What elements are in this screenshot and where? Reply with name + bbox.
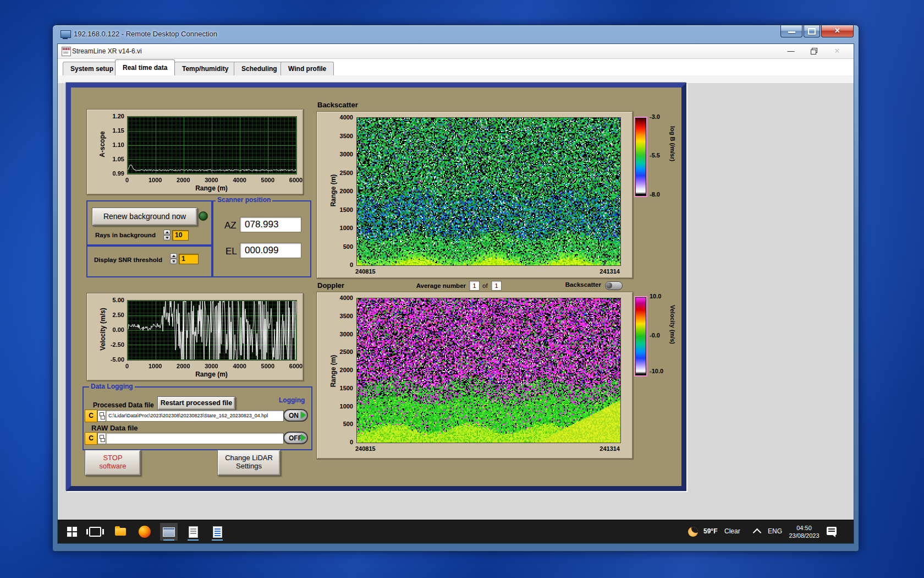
- rdp-client-area: StreamLine XR v14-6.vi — ✕ System setup …: [57, 43, 854, 544]
- ascope-xtick: 4000: [228, 177, 252, 183]
- log-viewer-button[interactable]: [208, 523, 226, 541]
- ascope-xtick: 0: [115, 177, 139, 183]
- processed-drive-selector[interactable]: C: [85, 410, 97, 422]
- raw-drive-selector[interactable]: C: [85, 432, 97, 445]
- minimize-icon: [788, 31, 795, 33]
- taskbar: 59°F Clear ENG 04:50 23/08/2023: [58, 520, 854, 543]
- backscatter-graph-box: Range (m) 240815 241314 4000350030002500…: [316, 111, 633, 279]
- raw-data-file-label: RAW Data file: [91, 424, 138, 432]
- az-value-field[interactable]: 078.993: [240, 217, 301, 232]
- doppler-cbar-mid: -0.0: [650, 332, 660, 339]
- processed-logging-on-button[interactable]: ON: [283, 409, 308, 422]
- ascope-ytick: 1.20: [100, 113, 124, 119]
- spinner-down-icon[interactable]: [170, 259, 177, 264]
- rays-value-field[interactable]: 10: [172, 230, 189, 241]
- off-label: OFF: [289, 434, 302, 442]
- backscatter-ytick: 3500: [329, 133, 353, 139]
- backscatter-toggle-label: Backscatter: [544, 281, 601, 288]
- processed-browse-icon[interactable]: [97, 410, 106, 422]
- tab-system-setup[interactable]: System setup: [63, 62, 121, 75]
- restart-processed-file-button[interactable]: Restart processed file: [157, 396, 235, 410]
- velocity-xtick: 0: [115, 363, 139, 369]
- ascope-graph-box: A-scope Range (m) 1.201.151.101.050.9901…: [86, 109, 304, 195]
- az-label: AZ: [224, 220, 237, 231]
- rdp-maximize-button[interactable]: [804, 25, 820, 37]
- tab-scheduling[interactable]: Scheduling: [234, 62, 285, 75]
- doppler-time-end: 241314: [581, 445, 620, 452]
- backscatter-toggle-switch[interactable]: [605, 281, 623, 290]
- ascope-plot-canvas: [127, 116, 297, 175]
- restore-icon-back: [811, 50, 816, 54]
- spinner-down-icon[interactable]: [163, 235, 170, 241]
- tab-real-time-data[interactable]: Real time data: [115, 59, 175, 75]
- rdp-titlebar[interactable]: 192.168.0.122 - Remote Desktop Connectio…: [53, 25, 859, 43]
- front-panel-area: A-scope Range (m) 1.201.151.101.050.9901…: [58, 75, 854, 520]
- snr-spinner[interactable]: [170, 253, 177, 264]
- velocity-xtick: 6000: [284, 363, 308, 369]
- front-panel-margin: [58, 75, 854, 83]
- average-number-field[interactable]: 1: [469, 281, 480, 291]
- app-close-button[interactable]: ✕: [831, 45, 843, 57]
- tray-chevron-icon[interactable]: [753, 528, 762, 537]
- app-minimize-button[interactable]: —: [785, 45, 797, 57]
- language-indicator[interactable]: ENG: [768, 527, 782, 535]
- raw-logging-off-button[interactable]: OFF: [283, 432, 308, 444]
- raw-path-field[interactable]: [106, 433, 284, 444]
- rays-spinner[interactable]: [163, 230, 170, 240]
- on-led-icon: [301, 412, 306, 418]
- ascope-xtick: 6000: [284, 177, 308, 183]
- backscatter-ytick: 500: [329, 243, 353, 250]
- spinner-up-icon[interactable]: [170, 253, 177, 259]
- stop-software-button[interactable]: STOP software: [85, 450, 141, 476]
- task-view-button[interactable]: [86, 523, 104, 541]
- velocity-xtick: 4000: [228, 363, 252, 369]
- rdp-window-title: 192.168.0.122 - Remote Desktop Connectio…: [74, 30, 217, 38]
- weather-condition[interactable]: Clear: [724, 527, 740, 535]
- backscatter-ytick: 2000: [329, 188, 353, 194]
- velocity-ytick: 0.00: [100, 326, 124, 333]
- firefox-button[interactable]: [136, 523, 153, 541]
- file-explorer-button[interactable]: [112, 523, 129, 541]
- doppler-plot-canvas: [356, 298, 621, 443]
- doppler-ytick: 500: [329, 421, 353, 427]
- streamline-app-button[interactable]: [160, 523, 178, 541]
- app-window-title: StreamLine XR v14-6.vi: [72, 47, 142, 55]
- maximize-icon: [808, 28, 816, 35]
- doppler-graph-box: Range (m) 240815 241314 4000350030002500…: [316, 292, 633, 459]
- ascope-xtick: 3000: [200, 177, 224, 183]
- doppler-cbar-label: Velocity (m/s): [669, 305, 676, 377]
- average-number-label: Average number: [401, 282, 466, 289]
- velocity-plot-canvas: [127, 300, 297, 361]
- raw-browse-icon[interactable]: [97, 433, 106, 444]
- tab-temp-humidity[interactable]: Temp/humidity: [174, 62, 236, 75]
- renew-background-button[interactable]: Renew background now: [92, 208, 197, 226]
- backscatter-cbar-min: -8.0: [650, 191, 660, 198]
- ascope-xlabel: Range (m): [127, 184, 296, 192]
- weather-temp[interactable]: 59°F: [703, 527, 717, 535]
- doppler-ytick: 3500: [329, 313, 353, 319]
- app-titlebar[interactable]: StreamLine XR v14-6.vi — ✕: [58, 44, 854, 59]
- active-indicator: [212, 539, 223, 541]
- scan-schedule-button[interactable]: [184, 523, 202, 541]
- rdp-minimize-button[interactable]: [780, 25, 802, 37]
- start-button[interactable]: [63, 523, 81, 541]
- doppler-colorbar: [634, 296, 647, 377]
- change-lidar-settings-button[interactable]: Change LiDAR Settings: [217, 450, 280, 476]
- tab-wind-profile[interactable]: Wind profile: [280, 62, 334, 75]
- average-total-field[interactable]: 1: [491, 281, 502, 291]
- app-restore-button[interactable]: [808, 45, 820, 57]
- snr-threshold-box: Display SNR threshold 1: [86, 244, 212, 277]
- doppler-ytick: 3000: [329, 331, 353, 337]
- action-center-icon[interactable]: [827, 527, 837, 535]
- doppler-title: Doppler: [317, 281, 344, 290]
- spinner-up-icon[interactable]: [163, 230, 170, 235]
- rdp-close-button[interactable]: ✕: [821, 25, 854, 37]
- backscatter-cbar-max: -3.0: [650, 113, 660, 120]
- processed-path-field[interactable]: C:\Lidar\Data\Proc\2023\202308\20230823\…: [106, 410, 284, 422]
- snr-value-field[interactable]: 1: [179, 254, 199, 264]
- el-value-field[interactable]: 000.099: [240, 243, 301, 258]
- weather-moon-icon[interactable]: [688, 527, 698, 537]
- task-view-icon: [89, 527, 101, 537]
- clock[interactable]: 04:50 23/08/2023: [787, 524, 822, 539]
- backscatter-ytick: 1500: [329, 206, 353, 213]
